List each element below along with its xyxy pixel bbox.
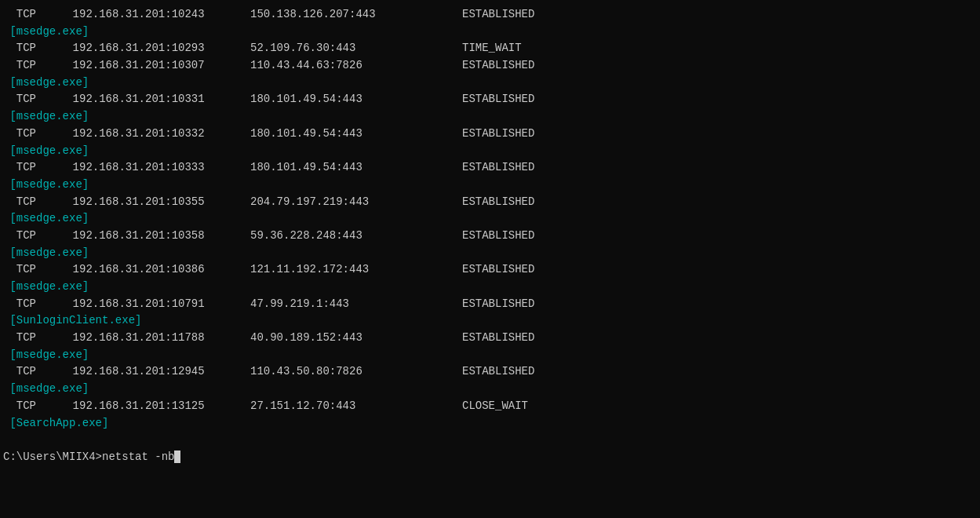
connection-row-2: TCP 192.168.31.201:10293 52.109.76.30:44…: [3, 40, 977, 57]
blank-line: [3, 432, 977, 449]
process-row-6: [msedge.exe]: [3, 177, 977, 194]
connection-row-8: TCP 192.168.31.201:10358 59.36.228.248:4…: [3, 228, 977, 245]
connection-row-3: TCP 192.168.31.201:10307 110.43.44.63:78…: [3, 57, 977, 75]
connection-row-7: TCP 192.168.31.201:10355 204.79.197.219:…: [3, 194, 977, 211]
connection-row-11: TCP 192.168.31.201:11788 40.90.189.152:4…: [3, 330, 977, 347]
connection-row-1: TCP 192.168.31.201:10243 150.138.126.207…: [3, 6, 977, 24]
process-row-11: [msedge.exe]: [3, 347, 977, 364]
connection-row-6: TCP 192.168.31.201:10333 180.101.49.54:4…: [3, 159, 977, 177]
terminal-window: TCP 192.168.31.201:10243 150.138.126.207…: [0, 0, 980, 518]
process-row-4: [msedge.exe]: [3, 108, 977, 126]
process-row-7: [msedge.exe]: [3, 210, 977, 228]
process-row-1: [msedge.exe]: [3, 24, 977, 41]
connection-row-4: TCP 192.168.31.201:10331 180.101.49.54:4…: [3, 91, 977, 108]
process-row-13: [SearchApp.exe]: [3, 415, 977, 432]
process-row-3: [msedge.exe]: [3, 75, 977, 92]
process-row-10: [SunloginClient.exe]: [3, 312, 977, 330]
command-prompt: C:\Users\MIIX4>: [3, 451, 102, 463]
cursor-block: [174, 451, 180, 463]
process-row-5: [msedge.exe]: [3, 143, 977, 160]
process-row-12: [msedge.exe]: [3, 381, 977, 398]
process-row-9: [msedge.exe]: [3, 279, 977, 296]
process-row-8: [msedge.exe]: [3, 245, 977, 262]
command-text: netstat -nb: [102, 451, 174, 463]
connection-row-12: TCP 192.168.31.201:12945 110.43.50.80:78…: [3, 363, 977, 381]
connection-row-5: TCP 192.168.31.201:10332 180.101.49.54:4…: [3, 126, 977, 143]
connection-row-13: TCP 192.168.31.201:13125 27.151.12.70:44…: [3, 398, 977, 415]
prompt-line: C:\Users\MIIX4>netstat -nb: [3, 449, 977, 466]
connection-row-10: TCP 192.168.31.201:10791 47.99.219.1:443…: [3, 296, 977, 313]
connection-row-9: TCP 192.168.31.201:10386 121.11.192.172:…: [3, 261, 977, 279]
